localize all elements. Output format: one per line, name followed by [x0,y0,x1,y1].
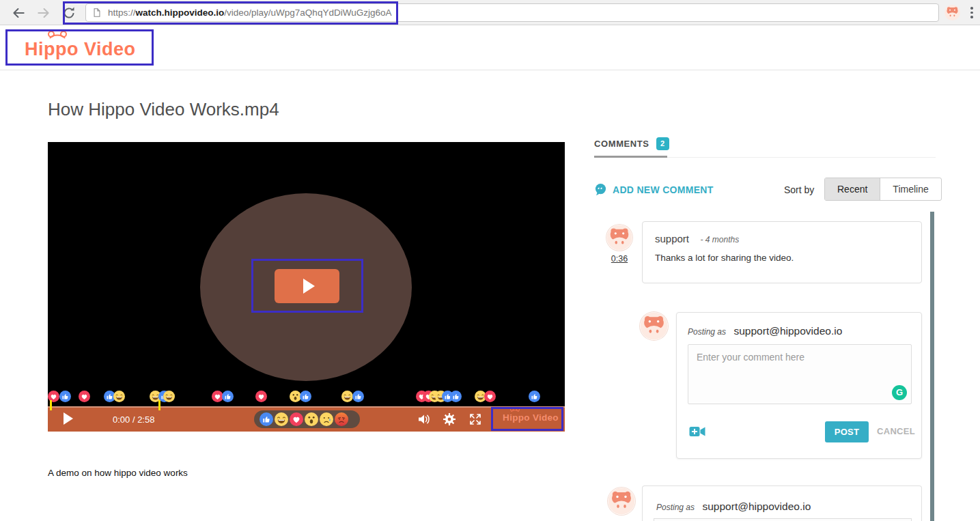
laugh-emoji-icon[interactable] [113,391,125,402]
comment-header: support - 4 months [643,222,921,245]
posting-as-label: Posting as [656,503,695,512]
browser-window: https://watch.hippovideo.io/video/play/u… [0,0,980,521]
comment-age: - 4 months [701,235,740,244]
posting-as-email: support@hippovideo.io [734,325,843,337]
active-tab-underline [594,156,667,158]
hippo-avatar-icon [944,5,960,20]
like-emoji-icon[interactable] [529,391,540,402]
video-description: A demo on how hippo video works [48,468,188,478]
comment-author-avatar [606,225,632,251]
posting-as-row: Posting as support@hippovideo.io [677,313,921,344]
refresh-icon [61,5,76,20]
like-emoji-icon[interactable] [352,391,364,402]
fullscreen-icon [468,412,483,427]
volume-icon [417,412,432,427]
play-button[interactable] [64,412,73,425]
video-title: How Hippo Video Works.mp4 [48,99,279,120]
timeline-reactions [48,391,565,403]
address-bar[interactable]: https://watch.hippovideo.io/video/play/u… [85,3,939,22]
angry-emoji-icon[interactable] [335,412,348,426]
comment-input[interactable] [654,518,912,521]
video-controls-bar: 0:00 / 2:58 Hippo Video [48,406,565,432]
back-arrow-icon [11,5,26,20]
url-prefix: https:// [108,8,136,18]
commenter-avatar [608,488,635,515]
hippo-video-logo[interactable]: Hippo Video [25,35,136,64]
heart-emoji-icon[interactable] [290,412,303,426]
heart-emoji-icon[interactable] [79,391,90,402]
forward-arrow-icon [36,5,51,20]
comment-bubble-icon [594,183,607,196]
timeline-marker [50,400,52,410]
heart-emoji-icon[interactable] [484,391,496,402]
back-button[interactable] [11,5,26,20]
like-emoji-icon[interactable] [59,391,71,402]
video-screen[interactable] [48,142,565,406]
play-triangle-icon [303,279,315,294]
settings-button[interactable] [443,412,456,426]
refresh-button[interactable] [61,5,76,20]
reaction-picker-bar [254,410,360,428]
sort-by-label: Sort by [784,184,814,195]
sort-option-recent[interactable]: Recent [825,178,880,200]
browser-menu-button[interactable] [970,7,973,20]
big-play-button[interactable] [275,269,339,303]
comment-card: support - 4 months Thanks a lot for shar… [642,221,922,283]
posting-as-row: Posting as support@hippovideo.io [643,486,921,513]
comments-count-badge: 2 [656,137,669,150]
site-header: Hippo Video [0,25,980,70]
comments-tab-label: COMMENTS [594,139,649,149]
video-player: 0:00 / 2:58 Hippo Video [48,142,565,432]
grammarly-icon[interactable]: G [892,385,907,400]
logo-text: Hippo Video [25,39,136,60]
comment-form-secondary: Posting as support@hippovideo.io [642,485,922,521]
page-doc-icon [92,8,102,18]
like-emoji-icon[interactable] [260,412,273,426]
browser-toolbar: https://watch.hippovideo.io/video/play/u… [0,0,980,25]
sort-toggle: Recent Timeline [824,178,942,201]
add-new-comment-label: ADD NEW COMMENT [613,184,714,195]
url-domain: watch.hippovideo.io [136,8,225,18]
cancel-button[interactable]: CANCEL [877,426,915,436]
hippo-avatar-icon [606,225,632,251]
comment-text: Thanks a lot for sharing the video. [643,245,921,263]
posting-as-email: support@hippovideo.io [703,501,811,512]
comments-scrollbar[interactable] [930,212,934,521]
comment-author: support [655,233,689,244]
cry-emoji-icon[interactable] [320,412,333,426]
heart-emoji-icon[interactable] [255,391,267,402]
laugh-emoji-icon[interactable] [341,391,353,402]
hippo-ears-icon [47,29,68,42]
comment-form: Posting as support@hippovideo.io G POST … [676,312,922,459]
commenter-avatar [640,312,668,340]
volume-button[interactable] [417,412,432,427]
browser-profile-avatar[interactable] [944,5,960,20]
player-watermark: Hippo Video [500,412,561,423]
comment-timestamp-link[interactable]: 0:36 [606,254,632,264]
url-text: https://watch.hippovideo.io/video/play/u… [108,8,391,18]
fullscreen-button[interactable] [468,412,483,427]
timeline-marker [158,400,160,410]
gear-icon [443,412,456,426]
url-path: /video/play/uWpg7aQhqYdDiWuGzjg6oA [224,8,391,18]
hippo-ears-icon [509,407,520,414]
tab-comments[interactable]: COMMENTS 2 [594,137,669,150]
time-display: 0:00 / 2:58 [113,414,154,425]
add-new-comment-button[interactable]: ADD NEW COMMENT [594,183,714,196]
comment-input[interactable] [688,344,912,404]
surprised-emoji-icon[interactable] [305,412,318,426]
sort-option-timeline[interactable]: Timeline [880,178,940,200]
post-button[interactable]: POST [825,421,869,442]
laugh-emoji-icon[interactable] [275,412,288,426]
hippo-avatar-icon [640,312,668,340]
like-emoji-icon[interactable] [300,391,311,402]
hippo-avatar-icon [608,488,635,515]
forward-button[interactable] [36,5,51,20]
like-emoji-icon[interactable] [222,391,234,402]
add-video-comment-icon[interactable] [689,425,705,438]
like-emoji-icon[interactable] [450,391,462,402]
posting-as-label: Posting as [688,327,726,337]
laugh-emoji-icon[interactable] [163,391,175,402]
